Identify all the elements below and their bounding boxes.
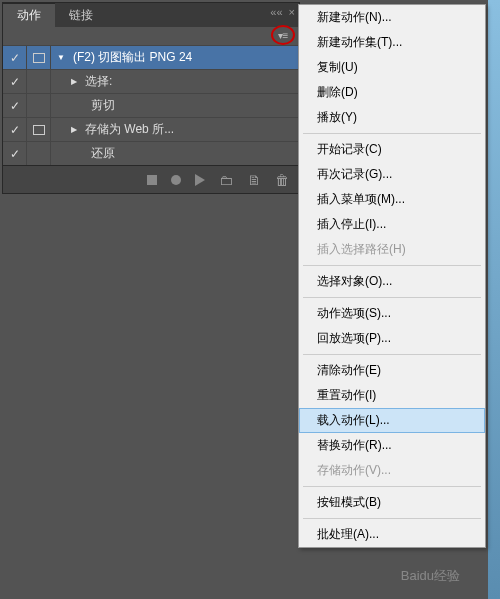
expand-icon[interactable]: ▶ (71, 77, 77, 86)
new-action-icon[interactable]: 🗎 (247, 172, 261, 188)
menu-separator (303, 486, 481, 487)
menu-separator (303, 297, 481, 298)
action-step-row[interactable]: ✓ 剪切 (3, 93, 299, 117)
collapse-icon[interactable]: «« (270, 6, 282, 18)
menu-item[interactable]: 批处理(A)... (299, 522, 485, 547)
menu-item[interactable]: 复制(U) (299, 55, 485, 80)
menu-item[interactable]: 开始记录(C) (299, 137, 485, 162)
step-label: 存储为 Web 所... (85, 121, 174, 138)
menu-separator (303, 265, 481, 266)
menu-item[interactable]: 动作选项(S)... (299, 301, 485, 326)
close-icon[interactable]: × (289, 6, 295, 18)
tab-links[interactable]: 链接 (55, 3, 107, 27)
step-label: 还原 (91, 145, 115, 162)
menu-item[interactable]: 回放选项(P)... (299, 326, 485, 351)
menu-item[interactable]: 新建动作(N)... (299, 5, 485, 30)
menu-row: ▾≡ (3, 27, 299, 45)
menu-item[interactable]: 按钮模式(B) (299, 490, 485, 515)
menu-separator (303, 354, 481, 355)
dialog-toggle-icon[interactable] (27, 118, 51, 141)
menu-item[interactable]: 清除动作(E) (299, 358, 485, 383)
step-label: 选择: (85, 73, 112, 90)
toggle-check-icon[interactable]: ✓ (3, 46, 27, 69)
menu-item[interactable]: 插入菜单项(M)... (299, 187, 485, 212)
panel-menu-button[interactable]: ▾≡ (271, 25, 295, 45)
action-step-row[interactable]: ✓ 还原 (3, 141, 299, 165)
step-label: 剪切 (91, 97, 115, 114)
toggle-check-icon[interactable]: ✓ (3, 70, 27, 93)
trash-icon[interactable]: 🗑 (275, 172, 289, 188)
new-set-icon[interactable]: 🗀 (219, 172, 233, 188)
menu-item[interactable]: 选择对象(O)... (299, 269, 485, 294)
panel-header: 动作 链接 «« × (3, 3, 299, 27)
panel-tabs: 动作 链接 (3, 3, 107, 27)
menu-item[interactable]: 插入停止(I)... (299, 212, 485, 237)
dialog-toggle-icon[interactable] (27, 46, 51, 69)
menu-item[interactable]: 载入动作(L)... (299, 408, 485, 433)
expand-icon[interactable]: ▶ (71, 125, 77, 134)
toggle-check-icon[interactable]: ✓ (3, 118, 27, 141)
menu-item: 存储动作(V)... (299, 458, 485, 483)
play-icon[interactable] (195, 174, 205, 186)
toggle-check-icon[interactable]: ✓ (3, 142, 27, 165)
toggle-check-icon[interactable]: ✓ (3, 94, 27, 117)
right-edge-strip (488, 0, 500, 599)
menu-item[interactable]: 再次记录(G)... (299, 162, 485, 187)
menu-item[interactable]: 删除(D) (299, 80, 485, 105)
actions-toolbar: 🗀 🗎 🗑 (3, 165, 299, 193)
action-set-row[interactable]: ✓ ▼ (F2) 切图输出 PNG 24 (3, 45, 299, 69)
expand-icon[interactable]: ▼ (57, 53, 65, 62)
action-step-row[interactable]: ✓ ▶ 存储为 Web 所... (3, 117, 299, 141)
dialog-toggle-icon[interactable] (27, 70, 51, 93)
window-controls: «« × (270, 6, 295, 18)
dialog-toggle-icon[interactable] (27, 94, 51, 117)
actions-panel: 动作 链接 «« × ▾≡ ✓ ▼ (F2) 切图输出 PNG 24 ✓ ▶ 选… (2, 2, 300, 194)
action-list: ✓ ▼ (F2) 切图输出 PNG 24 ✓ ▶ 选择: ✓ 剪切 ✓ (3, 45, 299, 165)
tab-actions[interactable]: 动作 (3, 3, 55, 27)
menu-item: 插入选择路径(H) (299, 237, 485, 262)
menu-item[interactable]: 新建动作集(T)... (299, 30, 485, 55)
record-icon[interactable] (171, 175, 181, 185)
menu-item[interactable]: 替换动作(R)... (299, 433, 485, 458)
stop-icon[interactable] (147, 175, 157, 185)
panel-context-menu: 新建动作(N)...新建动作集(T)...复制(U)删除(D)播放(Y)开始记录… (298, 4, 486, 548)
menu-item[interactable]: 播放(Y) (299, 105, 485, 130)
watermark: Baidu经验 (401, 567, 460, 585)
menu-separator (303, 133, 481, 134)
action-title: (F2) 切图输出 PNG 24 (73, 49, 192, 66)
action-step-row[interactable]: ✓ ▶ 选择: (3, 69, 299, 93)
dialog-toggle-icon[interactable] (27, 142, 51, 165)
menu-separator (303, 518, 481, 519)
menu-item[interactable]: 重置动作(I) (299, 383, 485, 408)
